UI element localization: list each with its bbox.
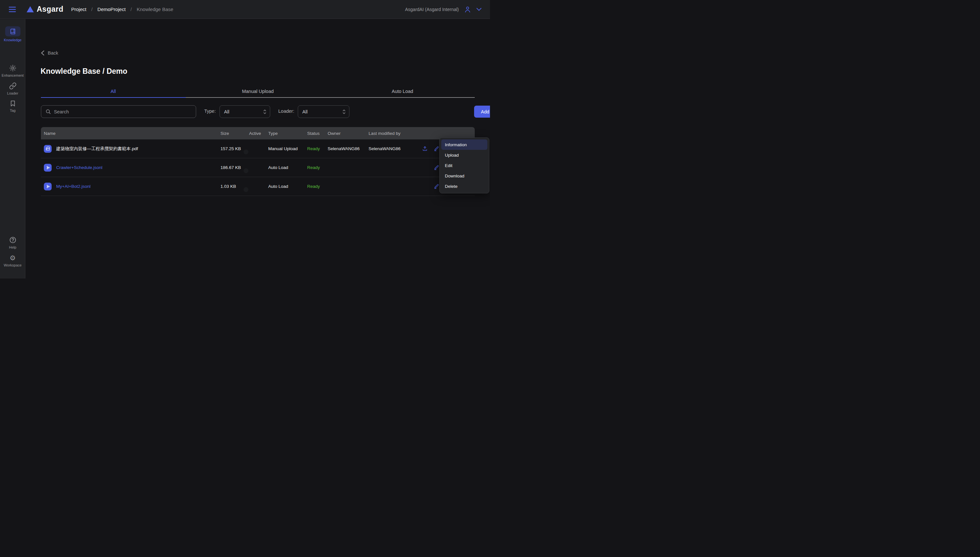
chevron-down-icon[interactable] [476,8,482,11]
file-name: 建築物室內裝修—工程承攬契約書範本.pdf [56,146,138,152]
jsonl-file-icon [44,182,52,191]
file-type: Manual Upload [268,146,307,151]
status-badge: Ready [307,146,328,151]
back-button[interactable]: Back [41,50,58,55]
sidebar-item-label: Workspace [4,264,22,267]
help-circle-icon [9,236,16,244]
svg-text:PDF: PDF [47,148,50,150]
sidebar-item-label: Loader [7,92,18,95]
add-button[interactable]: Add ▾ [474,106,490,118]
back-label: Back [48,50,58,55]
search-input[interactable] [54,109,190,114]
menu-icon[interactable] [9,7,16,12]
bookmark-icon [10,100,16,107]
breadcrumb-project-name[interactable]: DemoProject [97,7,126,12]
tab-underline-active [41,97,186,98]
sidebar-item-help[interactable]: Help [0,236,25,249]
main-content: Back Knowledge Base / Demo All Manual Up… [26,19,490,278]
menu-item-information[interactable]: Information [441,139,487,150]
sidebar-item-label: Enhancement [2,74,24,77]
page-title: Knowledge Base / Demo [41,67,127,76]
table-row: My+AI+Bot2.jsonl 1.03 KB Auto Load Ready [41,177,475,196]
tab-all[interactable]: All [41,86,185,98]
loader-select[interactable]: All [298,105,349,118]
filter-row: Type: All Loader: All Add ▾ [41,105,475,118]
add-button-label: Add [481,109,489,114]
breadcrumb-current: Knowledge Base [137,7,174,12]
book-icon [10,28,16,34]
search-icon [45,109,51,114]
file-type: Auto Load [268,184,307,189]
user-icon[interactable] [464,6,471,13]
col-name: Name [44,131,221,136]
sun-icon [9,64,16,72]
breadcrumb-separator: / [131,7,132,12]
sidebar-item-label: Tag [10,109,16,112]
knowledge-table: Name Size Active Type Status Owner Last … [41,127,475,196]
brand-name: Asgard [37,5,63,14]
type-filter-label: Type: [204,109,216,114]
table-header: Name Size Active Type Status Owner Last … [41,127,475,139]
col-status: Status [307,131,328,136]
table-row: Crawler+Schedule.jsonl 186.67 KB Auto Lo… [41,158,475,177]
col-owner: Owner [328,131,368,136]
menu-item-download[interactable]: Download [441,171,487,181]
loader-filter-label: Loader: [278,109,294,114]
col-active: Active [249,131,268,136]
status-badge: Ready [307,165,328,170]
chevron-left-icon [41,50,44,55]
link-icon [9,82,16,90]
tab-manual-upload[interactable]: Manual Upload [185,86,330,98]
row-context-menu: Information Upload Edit Download Delete [439,137,489,193]
gear-icon: ⚙ [10,254,16,262]
select-arrows-icon [342,109,346,114]
sidebar: Knowledge Enhancement Loader [0,19,25,278]
table-row: PDF 建築物室內裝修—工程承攬契約書範本.pdf 157.25 KB Manu… [41,139,475,158]
sidebar-item-enhancement[interactable]: Enhancement [0,64,25,77]
sidebar-item-workspace[interactable]: ⚙ Workspace [0,254,25,267]
active-item-highlight [5,26,21,36]
col-type: Type [268,131,307,136]
sidebar-item-tag[interactable]: Tag [0,100,25,112]
breadcrumb: Project / DemoProject / Knowledge Base [71,7,173,12]
sidebar-item-label: Knowledge [4,38,21,42]
menu-item-upload[interactable]: Upload [441,150,487,160]
last-modified-by: SelenaWANG86 [368,146,419,151]
type-select[interactable]: All [219,105,270,118]
tab-auto-load[interactable]: Auto Load [330,86,475,98]
select-arrows-icon [263,109,266,114]
menu-item-edit[interactable]: Edit [441,160,487,171]
sidebar-item-label: Help [9,246,16,249]
file-name[interactable]: Crawler+Schedule.jsonl [56,165,102,170]
file-name[interactable]: My+AI+Bot2.jsonl [56,184,91,189]
breadcrumb-project[interactable]: Project [71,7,86,12]
account-name: AsgardAI (Asgard Internal) [405,7,459,12]
sidebar-item-knowledge[interactable]: Knowledge [0,26,25,42]
owner: SelenaWANG86 [328,146,368,151]
jsonl-file-icon [44,164,52,172]
logo-triangle-icon [27,6,34,12]
search-box[interactable] [41,105,196,118]
breadcrumb-separator: / [91,7,92,12]
upload-icon[interactable] [419,146,431,151]
loader-select-value: All [302,109,308,114]
menu-item-delete[interactable]: Delete [441,181,487,191]
col-last-modified-by: Last modified by [368,131,419,136]
file-type: Auto Load [268,165,307,170]
header-account-area: AsgardAI (Asgard Internal) [405,6,482,13]
app-header: Asgard Project / DemoProject / Knowledge… [0,0,490,19]
col-size: Size [221,131,249,136]
status-badge: Ready [307,184,328,189]
type-select-value: All [224,109,229,114]
sidebar-item-loader[interactable]: Loader [0,82,25,95]
pdf-file-icon: PDF [44,145,52,153]
brand-logo[interactable]: Asgard [27,5,63,14]
tab-bar: All Manual Upload Auto Load [41,86,475,98]
